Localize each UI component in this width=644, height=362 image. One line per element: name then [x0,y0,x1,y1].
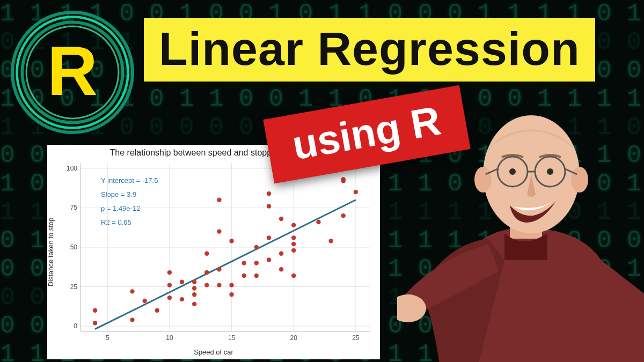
svg-point-60 [291,248,296,253]
svg-point-47 [241,274,246,278]
svg-point-41 [217,267,221,271]
svg-point-56 [279,267,283,271]
svg-point-45 [229,283,233,287]
svg-text:25: 25 [352,334,360,342]
svg-point-34 [192,286,196,290]
svg-point-68 [341,177,346,181]
svg-point-25 [142,299,147,303]
svg-point-50 [254,261,259,265]
svg-point-65 [328,239,333,243]
svg-text:5: 5 [106,334,109,342]
svg-point-83 [547,168,553,175]
svg-point-39 [204,252,209,256]
svg-point-75 [474,167,492,193]
svg-text:75: 75 [70,204,78,211]
svg-point-59 [291,274,296,278]
svg-text:25: 25 [70,283,78,291]
scatter-chart: The relationship between speed and stopp… [47,145,380,359]
svg-point-22 [93,308,97,312]
svg-text:0: 0 [74,322,77,330]
y-axis-label: Distance taken to stop [47,183,55,252]
svg-text:10: 10 [166,334,173,342]
svg-point-58 [279,217,283,221]
svg-point-76 [571,167,588,193]
svg-point-33 [192,292,196,297]
svg-point-53 [267,235,271,240]
svg-point-66 [341,213,346,218]
svg-point-46 [229,239,233,243]
svg-point-63 [291,223,296,227]
svg-text:50: 50 [70,243,78,251]
svg-point-61 [291,242,296,246]
svg-point-44 [229,292,233,297]
plot-area: 0255075100510152025 [80,163,370,331]
presenter-photo [397,67,644,362]
svg-point-62 [291,235,296,240]
svg-point-29 [167,270,172,275]
svg-point-32 [192,302,196,306]
svg-point-54 [267,204,271,208]
svg-point-57 [279,252,283,256]
svg-point-55 [267,191,271,196]
svg-point-27 [167,295,172,300]
svg-point-31 [180,280,184,284]
svg-point-40 [217,283,221,287]
svg-text:100: 100 [67,165,77,172]
r-logo-letter: R [47,31,98,111]
svg-text:20: 20 [290,334,298,342]
svg-point-26 [155,308,159,312]
svg-point-51 [254,245,259,249]
svg-point-35 [192,280,196,284]
svg-line-20 [95,200,356,329]
svg-point-42 [217,229,221,233]
svg-point-23 [130,317,134,322]
x-axis-label: Speed of car [47,348,380,356]
thumbnail-stage: 1111001001011000111101011110011101100001… [0,0,644,362]
svg-point-36 [204,283,209,287]
svg-point-24 [130,289,134,293]
svg-point-38 [204,270,209,275]
svg-point-48 [241,261,246,265]
svg-point-43 [217,198,221,202]
svg-point-28 [167,283,172,287]
svg-point-52 [267,257,271,262]
svg-point-69 [354,190,358,194]
svg-point-49 [254,274,259,278]
r-logo: R [11,11,134,134]
svg-point-21 [93,321,97,325]
svg-point-64 [316,220,320,224]
svg-point-82 [509,168,516,175]
svg-text:15: 15 [228,334,236,342]
svg-point-30 [180,297,184,301]
